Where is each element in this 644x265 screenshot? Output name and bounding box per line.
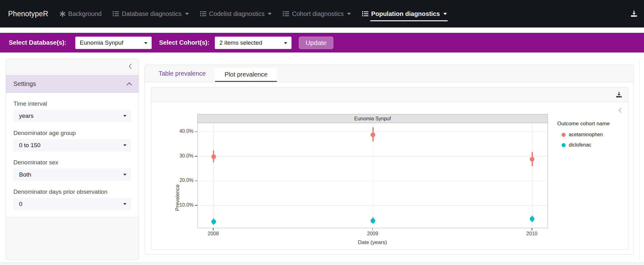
- y-axis-title: Prevalence: [175, 167, 181, 211]
- legend-dot: [562, 143, 566, 147]
- x-tick-mark: [532, 228, 532, 230]
- time-interval-field: Time interval years: [6, 100, 139, 122]
- chevron-down-icon: [443, 13, 447, 15]
- chevron-down-icon: [284, 42, 287, 44]
- chevron-left-icon[interactable]: [127, 63, 134, 70]
- data-point: [371, 218, 375, 223]
- denominator-sex-select[interactable]: Both: [13, 168, 131, 181]
- settings-accordion-header[interactable]: Settings: [6, 75, 139, 93]
- list-icon: [362, 11, 368, 17]
- app-brand[interactable]: PhenotypeR: [8, 10, 48, 18]
- tab-table-prevalence[interactable]: Table prevalence: [149, 65, 215, 82]
- y-tick-mark: [195, 132, 197, 132]
- settings-accordion-title: Settings: [13, 80, 36, 88]
- facet-title: Eunomia Synpuf: [197, 114, 548, 123]
- denominator-age-group-value: 0 to 150: [19, 142, 41, 149]
- plot-panel: [197, 123, 548, 228]
- y-tick-label: 40.0%: [179, 128, 194, 134]
- download-plot-icon[interactable]: [615, 91, 623, 99]
- nav-item-label: Database diagnostics: [122, 10, 181, 18]
- y-tick-label: 10.0%: [179, 202, 194, 208]
- update-button[interactable]: Update: [299, 37, 334, 49]
- top-navbar: PhenotypeR Background Data: [0, 0, 644, 28]
- chevron-left-icon[interactable]: [617, 107, 623, 114]
- settings-accordion: Settings Time interval years Denominato: [6, 75, 139, 218]
- chevron-down-icon: [123, 203, 126, 205]
- x-tick-label: 2008: [201, 231, 226, 237]
- prevalence-tabbar: Table prevalence Plot prevalence: [145, 65, 633, 82]
- denominator-days-prior-observation-value: 0: [19, 201, 22, 208]
- y-tick-label: 30.0%: [179, 153, 194, 159]
- nav-item-label: Cohort diagnostics: [292, 10, 344, 18]
- x-gridline: [532, 123, 533, 228]
- legend-title: Outcome cohort name: [557, 121, 626, 127]
- time-interval-value: years: [19, 112, 33, 119]
- legend-dot: [562, 133, 566, 137]
- download-icon[interactable]: [628, 8, 640, 19]
- nav-item-database-diagnostics[interactable]: Database diagnostics: [113, 10, 189, 18]
- nav-item-label: Codelist diagnostics: [209, 10, 265, 18]
- denominator-age-group-label: Denominator age group: [13, 130, 131, 137]
- list-icon: [113, 11, 119, 17]
- chevron-down-icon: [144, 42, 147, 44]
- denominator-days-prior-observation-select[interactable]: 0: [13, 198, 131, 210]
- chevron-down-icon: [347, 13, 351, 15]
- x-axis-title: Date (years): [351, 239, 394, 246]
- x-tick-mark: [213, 228, 214, 230]
- y-tick-mark: [195, 156, 197, 157]
- denominator-days-prior-observation-label: Denominator days prior observation: [13, 188, 131, 195]
- denominator-sex-label: Denominator sex: [13, 159, 131, 166]
- chevron-down-icon: [185, 13, 189, 15]
- nav-item-cohort-diagnostics[interactable]: Cohort diagnostics: [283, 10, 351, 18]
- chevron-down-icon: [268, 13, 272, 15]
- plot-card: Eunomia Synpuf 10.0%20.0%30.0%40.0%20082…: [151, 87, 628, 250]
- database-select-value: Eunomia Synpuf: [80, 39, 123, 46]
- tab-plot-prevalence[interactable]: Plot prevalence: [215, 68, 277, 82]
- list-icon: [200, 11, 206, 17]
- phenotyper-app: PhenotypeR Background Data: [0, 0, 644, 265]
- data-point: [530, 157, 534, 162]
- content-edge-divider: [639, 59, 640, 260]
- cohort-select[interactable]: 2 items selected: [215, 37, 292, 49]
- chevron-up-icon: [126, 81, 132, 87]
- sidebar-toolbar: [6, 59, 139, 73]
- data-point: [211, 219, 216, 224]
- denominator-age-group-select[interactable]: 0 to 150: [13, 139, 131, 152]
- y-tick-mark: [195, 205, 197, 206]
- time-interval-label: Time interval: [13, 100, 131, 107]
- x-tick-label: 2010: [519, 231, 544, 237]
- legend-item-acetaminophen: acetaminophen: [557, 131, 626, 139]
- main-panel: Table prevalence Plot prevalence: [145, 65, 634, 255]
- filter-bar: Select Database(s): Eunomia Synpuf Selec…: [0, 33, 644, 52]
- star-of-life-icon: [60, 11, 66, 17]
- denominator-sex-value: Both: [19, 171, 31, 178]
- data-point: [211, 154, 216, 159]
- list-icon: [283, 11, 289, 17]
- database-select[interactable]: Eunomia Synpuf: [75, 37, 152, 49]
- plot-legend: Outcome cohort name acetaminophen diclof…: [557, 121, 626, 151]
- nav-item-label: Background: [68, 10, 102, 18]
- legend-item-diclofenac: diclofenac: [557, 141, 626, 149]
- database-select-label: Select Database(s):: [9, 39, 66, 46]
- nav-item-background[interactable]: Background: [60, 10, 102, 18]
- cohort-select-value: 2 items selected: [219, 39, 262, 46]
- main-nav: Background Database diagnostics: [60, 10, 447, 18]
- chevron-down-icon: [123, 144, 126, 146]
- x-gridline: [213, 123, 214, 228]
- chevron-down-icon: [123, 174, 126, 176]
- nav-item-label: Population diagnostics: [371, 10, 440, 18]
- x-tick-label: 2009: [360, 231, 385, 237]
- data-point: [371, 132, 375, 137]
- nav-item-population-diagnostics[interactable]: Population diagnostics: [362, 10, 447, 18]
- denominator-age-group-field: Denominator age group 0 to 150: [6, 130, 139, 152]
- denominator-days-prior-observation-field: Denominator days prior observation 0: [6, 188, 139, 210]
- time-interval-select[interactable]: years: [13, 110, 131, 122]
- y-tick-mark: [195, 181, 197, 181]
- data-point: [530, 217, 534, 221]
- denominator-sex-field: Denominator sex Both: [6, 159, 139, 181]
- chevron-down-icon: [123, 115, 126, 117]
- nav-item-codelist-diagnostics[interactable]: Codelist diagnostics: [200, 10, 272, 18]
- cohort-select-label: Select Cohort(s):: [159, 39, 209, 46]
- horizontal-scrollbar[interactable]: [0, 262, 644, 265]
- settings-sidebar: Settings Time interval years Denominato: [6, 59, 139, 260]
